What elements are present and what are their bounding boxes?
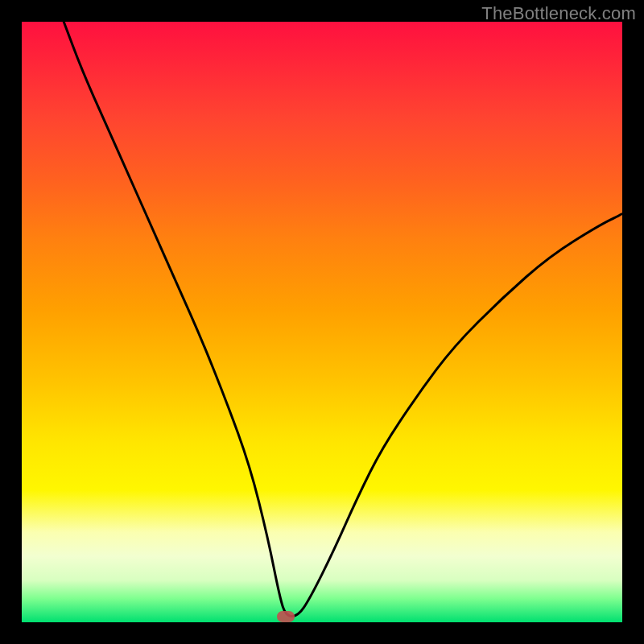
optimal-point-marker	[277, 611, 295, 622]
chart-frame: TheBottleneck.com	[0, 0, 644, 644]
watermark-text: TheBottleneck.com	[481, 3, 636, 24]
plot-area	[22, 22, 622, 622]
bottleneck-curve	[22, 22, 622, 622]
